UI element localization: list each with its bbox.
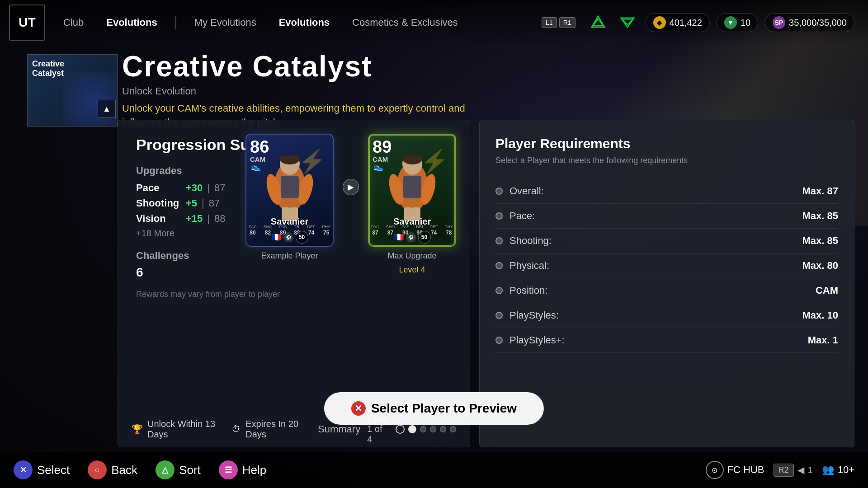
sidebar-card-gems [63,72,117,126]
rewards-note: Rewards may vary from player to player [136,289,452,300]
max-rating-area: 89 CAM [373,138,392,163]
filter2-icon[interactable] [616,11,639,34]
req-playstyles-plus-value: Max. 1 [808,334,838,346]
level-dots [396,425,456,434]
req-overall-value: Max. 87 [802,185,839,197]
max-lightning: ⚡ [420,148,448,174]
select-player-button[interactable]: ✕ Select Player to Preview [324,392,544,425]
circle-icon: ○ [88,460,107,479]
max-player-card[interactable]: 89 CAM 👟 [368,134,456,247]
arrow-container: ▶ [343,179,359,195]
nav-links: Club Evolutions My Evolutions Evolutions… [54,13,542,32]
example-rating: 86 [250,138,269,155]
req-title: Player Requirements [495,136,838,151]
r2-badge: R2 [774,464,794,477]
max-level: 50 [418,231,431,244]
players-icon: 👥 [822,464,834,476]
currency-gold: ◆ 401,422 [646,13,710,32]
req-playstyles-plus-label: PlayStyles+: [509,334,801,346]
select-btn-cross-icon: ✕ [351,401,366,416]
page-subtitle: Unlock Evolution [122,85,484,97]
req-playstyles-plus-dot [495,337,503,344]
sidebar-card-label: Creative Catalyst [32,59,64,78]
req-playstyles-value: Max. 10 [802,310,839,321]
unlock-label: Unlock Within 13 Days [147,419,217,440]
page-title: Creative Catalyst [122,50,484,83]
triangle-icon: △ [156,460,175,479]
fc-hub-label: FC HUB [727,464,764,476]
select-label: Select [37,463,70,477]
nav-evolutions-tab[interactable]: Evolutions [270,13,339,32]
sp-value: 35,000/35,000 [789,18,847,28]
expires-label: Expires In 20 Days [245,419,304,440]
page-title-area: Creative Catalyst Unlock Evolution Unloc… [122,50,484,130]
req-position-dot [495,287,503,294]
req-position-value: CAM [816,285,838,296]
max-position: CAM [373,155,392,163]
req-physical-dot [495,262,503,269]
square-icon: ☰ [219,460,238,479]
req-shooting-dot [495,237,503,244]
nav-divider [175,16,176,29]
req-subtitle: Select a Player that meets the following… [495,156,838,165]
max-club: ⚽ [406,232,416,242]
example-flag: 🇫🇷 [271,232,281,242]
currency-sp: SP 35,000/35,000 [765,13,854,32]
help-label: Help [242,463,266,477]
card-rating-area: 86 CAM [250,138,269,163]
req-shooting-label: Shooting: [509,235,796,247]
example-player-label: Example Player [261,251,318,261]
filter-icon[interactable] [587,11,609,34]
player-cards-container: 86 CAM 👟 [245,134,456,275]
example-card-bottom: 🇫🇷 ⚽ 50 [246,231,333,244]
sidebar-card[interactable]: Creative Catalyst ▲ [27,54,118,127]
back-label: Back [111,463,137,477]
gold-value: 401,422 [670,18,702,28]
fc-hub[interactable]: ⊙ FC HUB [706,461,764,479]
action-select[interactable]: ✕ Select [14,460,70,479]
select-player-label: Select Player to Preview [371,401,517,416]
unlock-info: 🏆 Unlock Within 13 Days [132,419,217,440]
example-level: 50 [296,231,308,244]
players-badge: 👥 10+ [822,464,854,476]
req-playstyles-dot [495,312,503,319]
r1-badge: R1 [559,17,576,28]
lightning-icon: ⚡ [298,148,326,174]
sp-icon: SP [773,16,785,29]
top-navigation: UT Club Evolutions My Evolutions Evoluti… [0,0,868,45]
players-count: 10+ [838,464,854,476]
example-club: ⚽ [283,232,293,242]
example-player-card[interactable]: 86 CAM 👟 [245,134,334,247]
next-arrow[interactable]: ▶ [343,179,359,195]
green-icon: ▼ [724,16,737,29]
action-help[interactable]: ☰ Help [219,460,266,479]
r2-indicator: R2 ◀ 1 [774,464,813,477]
nav-cosmetics[interactable]: Cosmetics & Exclusives [343,13,467,32]
example-player-container: 86 CAM 👟 [245,134,334,261]
req-overall: Overall: Max. 87 [495,179,838,204]
controller-icons: L1 R1 [542,17,575,28]
req-shooting-value: Max. 85 [802,235,839,247]
dot-5 [450,426,456,432]
gold-icon: ◆ [653,16,666,29]
req-overall-dot [495,188,503,195]
nav-evolutions[interactable]: Evolutions [97,13,166,32]
bottom-right: ⊙ FC HUB R2 ◀ 1 👥 10+ [706,461,854,479]
max-flag: 🇫🇷 [394,232,404,242]
nav-logo[interactable]: UT [9,5,45,41]
dot-current [396,425,405,434]
dot-3 [430,426,436,432]
req-playstyles: PlayStyles: Max. 10 [495,303,838,328]
action-back[interactable]: ○ Back [88,460,137,479]
nav-my-evolutions[interactable]: My Evolutions [185,13,265,32]
r2-count: 1 [808,465,813,475]
sidebar-arrow-up[interactable]: ▲ [98,100,116,118]
req-shooting: Shooting: Max. 85 [495,229,838,253]
dot-2 [420,426,426,432]
req-pace-dot [495,212,503,220]
sort-label: Sort [179,463,201,477]
nav-club[interactable]: Club [54,13,93,32]
action-sort[interactable]: △ Sort [156,460,201,479]
req-physical-value: Max. 80 [802,260,839,272]
req-physical-label: Physical: [509,260,796,272]
